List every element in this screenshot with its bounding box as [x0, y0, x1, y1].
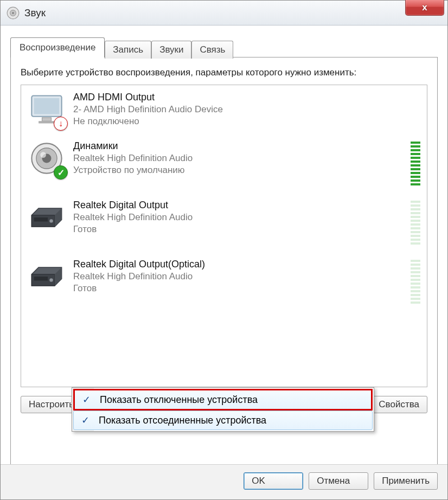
check-icon: ✓ — [54, 165, 68, 180]
svg-point-14 — [49, 278, 53, 281]
instruction-text: Выберите устройство воспроизведения, пар… — [21, 67, 427, 78]
menu-show-disabled[interactable]: ✓ Показать отключенные устройства — [73, 389, 373, 411]
window-title: Звук — [24, 7, 46, 19]
device-desc: Realtek High Definition Audio — [73, 271, 411, 282]
svg-rect-13 — [34, 277, 48, 280]
tab-recording[interactable]: Запись — [105, 41, 151, 59]
svg-rect-4 — [34, 98, 60, 114]
level-meter — [411, 139, 420, 188]
device-list[interactable]: ↓ AMD HDMI Output 2- AMD High Definition… — [21, 85, 427, 387]
check-icon: ✓ — [77, 394, 95, 406]
device-desc: Realtek High Definition Audio — [73, 153, 411, 164]
device-name: Динамики — [73, 140, 411, 152]
menu-item-label: Показать отключенные устройства — [95, 394, 258, 406]
context-menu[interactable]: ✓ Показать отключенные устройства ✓ Пока… — [72, 387, 374, 432]
level-meter — [411, 258, 420, 306]
close-button[interactable]: x — [405, 0, 444, 16]
playback-panel: Выберите устройство воспроизведения, пар… — [10, 57, 438, 475]
tabstrip: Воспроизведение Запись Звуки Связь — [10, 37, 438, 57]
close-icon: x — [422, 2, 427, 13]
down-arrow-icon: ↓ — [54, 117, 68, 131]
content-area: Воспроизведение Запись Звуки Связь Выбер… — [1, 25, 447, 475]
sound-icon — [6, 6, 20, 20]
cancel-button[interactable]: Отмена — [309, 472, 368, 490]
device-item[interactable]: ↓ AMD HDMI Output 2- AMD High Definition… — [21, 85, 427, 134]
menu-item-label: Показать отсоединенные устройства — [94, 415, 266, 426]
tab-communications[interactable]: Связь — [191, 41, 233, 59]
properties-button[interactable]: Свойства — [370, 396, 427, 413]
svg-rect-6 — [39, 121, 55, 123]
device-status: Устройство по умолчанию — [73, 165, 411, 176]
svg-rect-11 — [34, 217, 48, 221]
menu-show-disconnected[interactable]: ✓ Показать отсоединенные устройства — [73, 411, 373, 430]
device-item[interactable]: ✓ Динамики Realtek High Definition Audio… — [21, 134, 427, 193]
receiver-icon — [28, 198, 66, 236]
tab-sounds[interactable]: Звуки — [151, 41, 191, 59]
svg-rect-5 — [42, 118, 52, 121]
svg-point-12 — [49, 219, 53, 222]
check-icon: ✓ — [76, 414, 94, 426]
speaker-icon: ✓ — [28, 139, 66, 177]
device-name: Realtek Digital Output(Optical) — [73, 259, 411, 270]
monitor-icon: ↓ — [28, 91, 66, 129]
device-item[interactable]: Realtek Digital Output Realtek High Defi… — [21, 193, 427, 252]
device-name: AMD HDMI Output — [73, 92, 420, 103]
apply-button[interactable]: Применить — [374, 472, 438, 490]
device-item[interactable]: Realtek Digital Output(Optical) Realtek … — [21, 252, 427, 311]
sound-dialog: Звук x Воспроизведение Запись Звуки Связ… — [0, 0, 448, 500]
device-status: Готов — [73, 224, 411, 235]
device-name: Realtek Digital Output — [73, 200, 411, 211]
device-status: Не подключено — [73, 116, 420, 127]
ok-button[interactable]: OK — [244, 472, 303, 490]
dialog-footer: OK Отмена Применить — [1, 464, 447, 499]
device-desc: 2- AMD High Definition Audio Device — [73, 104, 420, 115]
svg-point-10 — [40, 152, 46, 158]
receiver-icon — [28, 258, 66, 296]
titlebar[interactable]: Звук x — [1, 1, 447, 25]
device-desc: Realtek High Definition Audio — [73, 212, 411, 223]
tab-playback[interactable]: Воспроизведение — [10, 37, 105, 57]
level-meter — [411, 198, 420, 247]
device-status: Готов — [73, 283, 411, 294]
svg-point-2 — [12, 12, 14, 14]
